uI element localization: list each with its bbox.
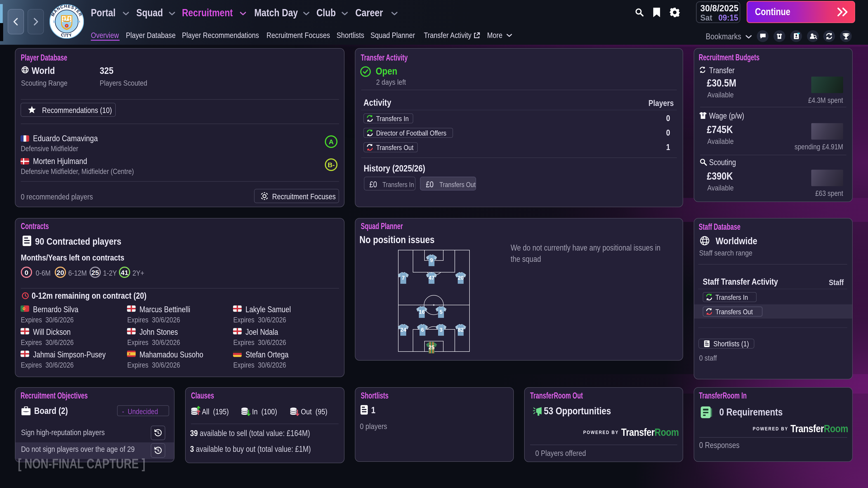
svg-text:18: 18 <box>53 20 56 23</box>
svg-text:24: 24 <box>400 327 406 333</box>
svg-text:16: 16 <box>419 309 425 315</box>
svg-text:25: 25 <box>429 344 435 350</box>
svg-text:3: 3 <box>439 327 442 333</box>
svg-text:47: 47 <box>429 275 435 281</box>
svg-text:7: 7 <box>402 275 405 281</box>
svg-text:20: 20 <box>458 275 464 281</box>
svg-text:9: 9 <box>430 257 433 263</box>
svg-text:82: 82 <box>458 327 464 333</box>
svg-text:5: 5 <box>439 309 442 315</box>
svg-text:94: 94 <box>77 20 80 23</box>
svg-text:6: 6 <box>421 327 424 333</box>
